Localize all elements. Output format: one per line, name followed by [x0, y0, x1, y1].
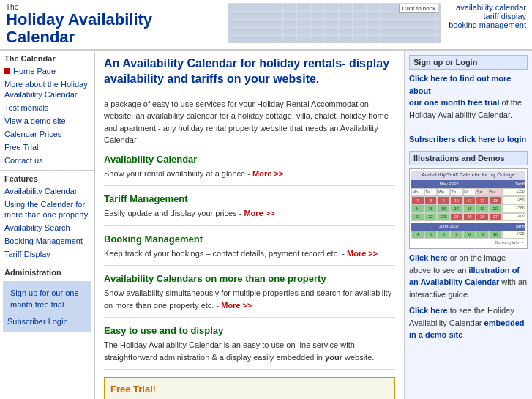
tariff-more-link[interactable]: More >> — [244, 209, 274, 217]
feature-multi-title: Availability Calendars on more than one … — [104, 273, 395, 284]
sidebar-item-more-about[interactable]: More about the Holiday Availability Cale… — [0, 78, 94, 101]
cal-cell: Su — [489, 188, 502, 196]
prices-link[interactable]: Calendar Prices — [4, 130, 61, 138]
feat-multi-link[interactable]: Using the Calendar for more than one pro… — [4, 200, 88, 219]
admin-login-link[interactable]: Subscriber Login — [7, 316, 87, 327]
feat-availability-link[interactable]: Availability Calendar — [4, 187, 77, 195]
cal-avail: 23 — [437, 213, 450, 221]
sidebar-item-demo[interactable]: View a demo site — [0, 114, 94, 127]
cal-avail: 10 — [489, 231, 502, 239]
cal-avail: 5 — [424, 231, 438, 239]
feature-multi: Availability Calendars on more than one … — [104, 273, 395, 318]
testimonials-link[interactable]: Testimonials — [4, 103, 49, 112]
contact-link[interactable]: Contact us — [4, 156, 43, 165]
cal-avail: 20 — [489, 204, 502, 212]
cal-booked: 24 — [450, 213, 463, 221]
feature-easy-text: The Holiday Availability Calendar is an … — [104, 339, 395, 363]
sidebar-calendar-section: The Calendar — [0, 51, 94, 64]
free-trial-link[interactable]: Free Trial — [4, 143, 38, 152]
feature-booking-text: Keep track of your bookings – contact de… — [104, 247, 395, 260]
feat-booking-link[interactable]: Booking Management — [4, 236, 83, 245]
sidebar-item-contact[interactable]: Contact us — [0, 154, 94, 167]
demo-link[interactable]: View a demo site — [4, 116, 66, 125]
feature-availability-text: Show your rental availability at a glanc… — [104, 168, 395, 180]
cal-booked: 11 — [463, 196, 476, 204]
feature-easy-title: Easy to use and to display — [104, 325, 395, 336]
demos-box-title: Illustrations and Demos — [409, 151, 528, 165]
cal-demo-caption: Availability/Tariff Calendar for Ivy Cot… — [411, 171, 525, 180]
feature-multi-text: Show availability simultaneously for mul… — [104, 287, 395, 311]
feature-booking: Booking Management Keep track of your bo… — [104, 234, 395, 266]
free-trial-right-link[interactable]: our one month free trial — [409, 98, 499, 107]
admin-signup-link[interactable]: Sign up for our one month free trial — [10, 288, 84, 310]
main-content: An Availability Calendar for holiday ren… — [95, 51, 404, 399]
main-intro: a package of easy to use services for yo… — [104, 98, 395, 146]
main-wrapper: The Calendar Home Page More about the Ho… — [0, 51, 532, 399]
feature-tariff-title: Tariff Management — [104, 193, 395, 204]
sidebar-item-home[interactable]: Home Page — [0, 64, 94, 78]
booking-more-link[interactable]: More >> — [347, 249, 378, 258]
cal-cell: We — [437, 188, 450, 196]
demo-description: Click here or on the image above to see … — [409, 252, 528, 300]
easy-text2: website. — [345, 353, 374, 362]
cal-booked: 12 — [476, 196, 489, 204]
availability-more-link[interactable]: More >> — [252, 169, 283, 178]
cal-avail: 6 — [437, 231, 450, 239]
cal-avail: 19 — [476, 204, 489, 212]
cal-booked: 25 — [463, 213, 476, 221]
sidebar-feat-booking[interactable]: Booking Management — [0, 234, 94, 247]
feat-search-link[interactable]: Availability Search — [4, 223, 70, 232]
cal-cell: Mo — [411, 188, 424, 196]
cal-avail: 22 — [424, 213, 438, 221]
feature-booking-title: Booking Management — [104, 234, 395, 245]
easy-text1: The Holiday Availability Calendar is an … — [104, 340, 355, 362]
sidebar-feat-availability[interactable]: Availability Calendar — [0, 184, 94, 198]
home-link[interactable]: Home Page — [13, 67, 56, 75]
nav-availability[interactable]: availability calendar — [449, 3, 526, 12]
demo-site-click-link[interactable]: Click here — [409, 306, 448, 315]
login-text1: Click here to find out more about — [409, 74, 511, 95]
nav-booking[interactable]: booking management — [449, 20, 526, 29]
cal-booked: 27 — [489, 213, 502, 221]
features-section-label: Features — [0, 170, 94, 184]
logo-main: Holiday AvailabilityCalendar — [6, 11, 220, 46]
feature-tariff-text: Easily update and display your prices - … — [104, 207, 395, 220]
logo-area: The Holiday AvailabilityCalendar — [6, 3, 220, 46]
admin-section-label: Administration — [0, 264, 94, 278]
illustration-link[interactable]: Click here — [409, 253, 448, 262]
sidebar-feat-search[interactable]: Availability Search — [0, 221, 94, 234]
feat-booking-desc: Keep track of your bookings – contact de… — [104, 249, 345, 258]
cal-avail: 21 — [411, 213, 424, 221]
nav-tariff[interactable]: tariff display — [449, 12, 526, 20]
calendar-demo-image[interactable]: Availability/Tariff Calendar for Ivy Cot… — [409, 168, 528, 249]
cal-booking-info: Booking info → — [411, 239, 525, 247]
cal-cell: Tu — [424, 188, 438, 196]
cal-avail: 4 — [411, 231, 424, 239]
cal-cell: Th — [450, 188, 463, 196]
main-title: An Availability Calendar for holiday ren… — [104, 56, 395, 92]
sidebar-item-free-trial[interactable]: Free Trial — [0, 141, 94, 154]
feature-easy: Easy to use and to display The Holiday A… — [104, 325, 395, 370]
login-box-title: Sign up or Login — [409, 55, 528, 70]
cal-booked: 13 — [489, 196, 502, 204]
cal-june-header: June 2007 — [411, 223, 487, 231]
login-more-link[interactable]: Click here to find out more about — [409, 74, 511, 95]
cal-booked: 9 — [437, 196, 450, 204]
right-panel: Sign up or Login Click here to find out … — [404, 51, 532, 399]
sidebar-item-prices[interactable]: Calendar Prices — [0, 127, 94, 141]
admin-box: Sign up for our one month free trial Sub… — [3, 281, 91, 331]
cal-booked: 10 — [450, 196, 463, 204]
cal-booked: 7 — [411, 196, 424, 204]
cal-avail: 9 — [476, 231, 489, 239]
multi-more-link[interactable]: More >> — [221, 301, 252, 310]
subscriber-login-link[interactable]: Subscribers click here to login — [409, 135, 526, 143]
sidebar-feat-tariff[interactable]: Tariff Display — [0, 247, 94, 261]
sidebar-feat-multi[interactable]: Using the Calendar for more than one pro… — [0, 198, 94, 221]
cal-booked: 26 — [476, 213, 489, 221]
cal-tariff-cell: £400 — [502, 213, 525, 221]
more-about-link[interactable]: More about the Holiday Availability Cale… — [4, 80, 88, 99]
page-header: The Holiday AvailabilityCalendar Click t… — [0, 0, 532, 50]
feature-availability: Availability Calendar Show your rental a… — [104, 154, 395, 187]
sidebar-item-testimonials[interactable]: Testimonials — [0, 101, 94, 114]
feat-tariff-link[interactable]: Tariff Display — [4, 250, 50, 258]
